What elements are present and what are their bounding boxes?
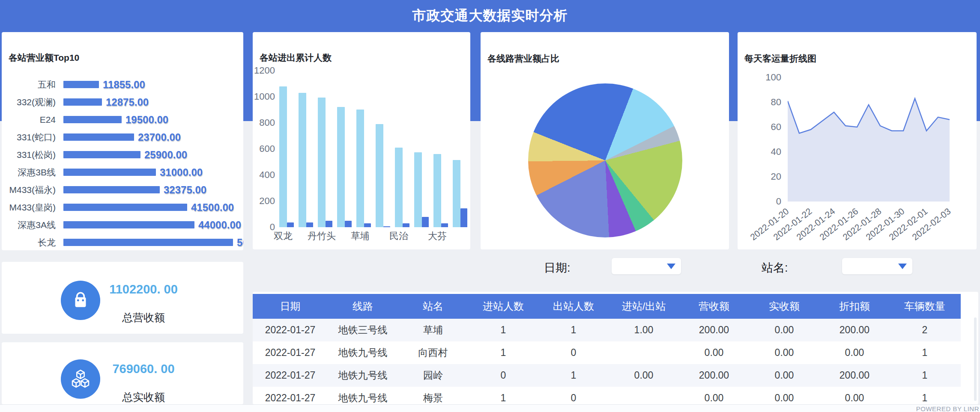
top10-row: 深惠3B线31000.00 xyxy=(2,163,243,181)
top10-category-label: 331(松岗) xyxy=(2,149,60,161)
flow-y-tick-label: 800 xyxy=(253,117,275,128)
date-filter-label: 日期: xyxy=(544,260,571,276)
column-header: 实收额 xyxy=(749,299,819,313)
page-title: 市政交通大数据实时分析 xyxy=(0,0,980,31)
table-cell: 2022-01-27 xyxy=(253,347,328,359)
table-row: 2022-01-27地铁九号线向西村100.000.000.001 xyxy=(253,341,961,364)
top10-value-label: 56875.00 xyxy=(237,237,243,249)
column-header: 日期 xyxy=(253,299,328,313)
flow-bar-out xyxy=(460,208,467,227)
top10-row: 长龙56875.00 xyxy=(2,234,243,250)
table-cell: 0.00 xyxy=(819,347,890,359)
table-cell: 1 xyxy=(538,324,609,336)
top10-bar xyxy=(63,169,156,176)
line-y-tick-label: 40 xyxy=(750,146,781,157)
table-cell: 1 xyxy=(890,347,960,359)
table-cell: 1 xyxy=(468,347,538,359)
flow-bar-out xyxy=(422,217,429,227)
panel-flow-title: 各站进出累计人数 xyxy=(260,52,332,64)
table-cell: 0.00 xyxy=(749,392,819,404)
top10-row: 331(松岗)25900.00 xyxy=(2,146,243,163)
table-cell: 0.00 xyxy=(749,347,819,359)
column-header: 进站/出站 xyxy=(609,299,679,313)
panel-top10-revenue: 各站营业额Top10 五和11855.00332(观澜)12875.00E241… xyxy=(2,32,243,250)
panel-line-share: 各线路营业额占比 xyxy=(481,32,729,249)
flow-bar-out xyxy=(383,226,390,227)
table-cell: 0.00 xyxy=(749,324,819,336)
table-scrollbar[interactable] xyxy=(974,317,977,401)
column-header: 线路 xyxy=(328,299,398,313)
flow-bar-out xyxy=(326,221,332,227)
table-cell: 1 xyxy=(468,392,538,404)
flow-y-tick-label: 600 xyxy=(253,143,275,154)
table-cell: 200.00 xyxy=(679,324,749,336)
table-cell: 0.00 xyxy=(749,370,819,381)
top10-value-label: 12875.00 xyxy=(106,96,149,108)
flow-bar-in xyxy=(279,86,287,227)
table-cell: 向西村 xyxy=(398,346,468,359)
table-cell: 0 xyxy=(538,392,609,404)
flow-bar-out xyxy=(287,222,294,227)
top10-row: 深惠3A线44000.00 xyxy=(2,216,243,234)
top10-category-label: 331(蛇口) xyxy=(2,131,60,143)
panel-station-flow: 各站进出累计人数 020040060080010001200 双龙丹竹头草埔民治… xyxy=(253,32,470,249)
column-header: 车辆数量 xyxy=(890,299,960,313)
detail-table-panel: 日期线路站名进站人数出站人数进站/出站营收额实收额折扣额车辆数量 2022-01… xyxy=(253,292,978,404)
panel-pie-title: 各线路营业额占比 xyxy=(487,53,559,65)
table-cell: 1 xyxy=(890,392,960,404)
powered-by-text: POWERED BY LINR xyxy=(916,405,979,412)
table-cell: 园岭 xyxy=(398,369,468,382)
line-y-tick-label: 80 xyxy=(750,97,781,108)
table-cell: 1 xyxy=(890,370,960,381)
table-cell: 地铁九号线 xyxy=(328,369,398,382)
chevron-down-icon xyxy=(667,264,675,269)
kpi-total-received-card: 769060. 00 总实收额 xyxy=(2,342,243,404)
top10-bar-chart: 五和11855.00332(观澜)12875.00E2419500.00331(… xyxy=(2,76,243,250)
top10-category-label: M433(皇岗) xyxy=(2,202,60,213)
footer-strip: POWERED BY LINR xyxy=(0,404,980,412)
column-header: 出站人数 xyxy=(538,299,609,313)
flow-bar-out xyxy=(441,223,448,227)
panel-line-title: 每天客运量折线图 xyxy=(744,53,816,65)
table-cell: 1 xyxy=(538,370,609,381)
flow-bar-out xyxy=(403,223,409,227)
flow-bar-in xyxy=(414,152,422,227)
top10-category-label: 332(观澜) xyxy=(2,96,60,108)
column-header: 营收额 xyxy=(679,299,749,313)
table-cell: 梅景 xyxy=(398,391,468,404)
table-cell: 1 xyxy=(468,324,538,336)
top10-bar xyxy=(63,98,102,106)
top10-bar xyxy=(63,116,122,123)
top10-value-label: 19500.00 xyxy=(125,114,168,126)
table-body: 2022-01-27地铁三号线草埔111.00200.000.00200.002… xyxy=(253,319,961,404)
panel-top10-title: 各站营业额Top10 xyxy=(9,52,79,64)
flow-bar-in xyxy=(299,93,306,227)
top10-bar xyxy=(63,221,194,228)
table-cell: 0.00 xyxy=(679,347,749,359)
flow-y-tick-label: 200 xyxy=(253,196,275,207)
flow-bar-out xyxy=(364,223,371,227)
date-filter-dropdown[interactable] xyxy=(612,258,681,274)
table-cell: 2022-01-27 xyxy=(253,324,328,336)
pie-chart xyxy=(528,83,682,237)
table-cell: 地铁九号线 xyxy=(328,346,398,359)
flow-bar-in xyxy=(318,98,326,227)
chevron-down-icon xyxy=(898,264,907,269)
table-cell: 地铁九号线 xyxy=(328,391,398,404)
line-y-tick-label: 60 xyxy=(750,122,781,133)
table-cell: 草埔 xyxy=(398,323,468,337)
station-filter-dropdown[interactable] xyxy=(842,258,912,274)
flow-y-tick-label: 1000 xyxy=(253,91,275,102)
top10-bar xyxy=(63,151,140,158)
table-cell: 地铁三号线 xyxy=(328,323,398,337)
station-filter-label: 站名: xyxy=(762,260,788,276)
total-revenue-value: 1102200. 00 xyxy=(94,281,193,298)
top10-category-label: 深惠3A线 xyxy=(2,219,60,231)
table-cell: 2022-01-27 xyxy=(253,370,328,381)
top10-category-label: E24 xyxy=(2,115,60,125)
table-cell: 2022-01-27 xyxy=(253,392,328,404)
top10-category-label: 长龙 xyxy=(2,237,60,249)
table-row: 2022-01-27地铁九号线梅景100.000.000.001 xyxy=(253,387,961,404)
top10-row: M433(福永)32375.00 xyxy=(2,181,243,199)
top10-row: E2419500.00 xyxy=(2,111,243,128)
